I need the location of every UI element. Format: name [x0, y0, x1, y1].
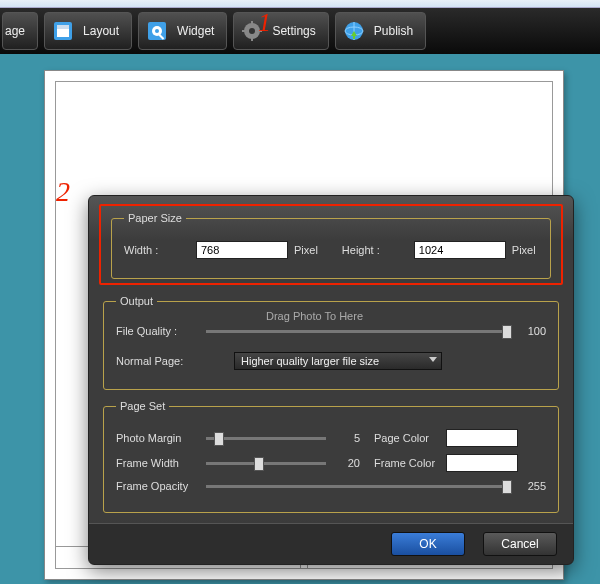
- svg-rect-11: [242, 30, 246, 32]
- paper-size-legend: Paper Size: [124, 212, 186, 224]
- window-titlebar: [0, 0, 600, 8]
- annotation-2: 2: [56, 178, 70, 206]
- settings-dialog: Paper Size Width : Pixel Height : Pixel …: [88, 195, 574, 565]
- height-label: Height :: [342, 244, 414, 256]
- layout-icon: [51, 19, 75, 43]
- frame-color-swatch[interactable]: [446, 454, 518, 472]
- tab-widget[interactable]: Widget: [138, 12, 227, 50]
- svg-point-8: [249, 28, 255, 34]
- svg-rect-2: [57, 25, 69, 29]
- output-legend: Output: [116, 295, 157, 307]
- cancel-button[interactable]: Cancel: [483, 532, 557, 556]
- height-unit: Pixel: [512, 244, 536, 256]
- annotation-1: 1: [258, 10, 271, 36]
- page-set-group: Page Set Photo Margin 5 Page Color Frame…: [103, 400, 559, 513]
- frame-width-slider[interactable]: [206, 456, 326, 470]
- file-quality-value: 100: [512, 325, 546, 337]
- photo-margin-label: Photo Margin: [116, 432, 206, 444]
- tab-layout-label: Layout: [83, 24, 119, 38]
- page-color-swatch[interactable]: [446, 429, 518, 447]
- tab-settings-label: Settings: [272, 24, 315, 38]
- svg-rect-15: [353, 35, 355, 39]
- tab-settings[interactable]: Settings: [233, 12, 328, 50]
- svg-point-5: [155, 29, 159, 33]
- paper-size-group: Paper Size Width : Pixel Height : Pixel: [111, 212, 551, 279]
- paper-size-highlight: Paper Size Width : Pixel Height : Pixel: [99, 204, 563, 285]
- page-color-label: Page Color: [374, 432, 446, 444]
- width-unit: Pixel: [294, 244, 318, 256]
- tab-widget-label: Widget: [177, 24, 214, 38]
- photo-margin-slider[interactable]: [206, 431, 326, 445]
- frame-color-label: Frame Color: [374, 457, 446, 469]
- dialog-button-bar: OK Cancel: [89, 523, 573, 564]
- ok-button[interactable]: OK: [391, 532, 465, 556]
- main-toolbar: age Layout Widget Settings Publish: [0, 8, 600, 54]
- tab-publish[interactable]: Publish: [335, 12, 426, 50]
- tab-page-label: age: [5, 24, 25, 38]
- tab-publish-label: Publish: [374, 24, 413, 38]
- file-quality-label: File Quality :: [116, 325, 206, 337]
- publish-icon: [342, 19, 366, 43]
- widget-icon: [145, 19, 169, 43]
- svg-rect-10: [251, 37, 253, 41]
- tab-page[interactable]: age: [2, 12, 38, 50]
- app-window: age Layout Widget Settings Publish: [0, 0, 600, 584]
- photo-margin-value: 5: [326, 432, 360, 444]
- svg-rect-9: [251, 21, 253, 25]
- frame-opacity-label: Frame Opacity: [116, 480, 206, 492]
- frame-width-label: Frame Width: [116, 457, 206, 469]
- page-set-legend: Page Set: [116, 400, 169, 412]
- normal-page-value: Higher quality larger file size: [241, 355, 379, 367]
- frame-opacity-slider[interactable]: [206, 479, 512, 493]
- frame-width-value: 20: [326, 457, 360, 469]
- height-input[interactable]: [414, 241, 506, 259]
- width-label: Width :: [124, 244, 196, 256]
- output-group: Output File Quality : Drag Photo To Here…: [103, 295, 559, 390]
- frame-opacity-value: 255: [512, 480, 546, 492]
- file-quality-slider[interactable]: Drag Photo To Here: [206, 324, 512, 338]
- tab-layout[interactable]: Layout: [44, 12, 132, 50]
- normal-page-select[interactable]: Higher quality larger file size: [234, 352, 442, 370]
- chevron-down-icon: [429, 357, 437, 362]
- normal-page-label: Normal Page:: [116, 355, 206, 367]
- width-input[interactable]: [196, 241, 288, 259]
- drag-hint: Drag Photo To Here: [266, 310, 363, 322]
